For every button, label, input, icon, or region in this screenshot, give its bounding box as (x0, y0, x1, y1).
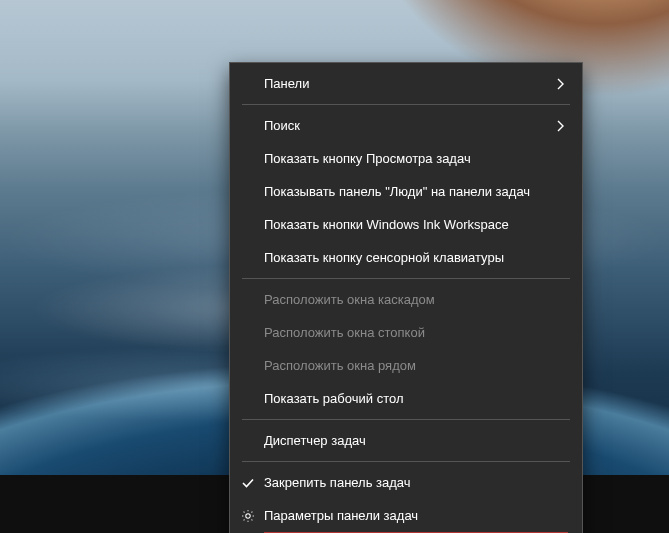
menu-label: Расположить окна каскадом (264, 292, 435, 307)
menu-lock-taskbar[interactable]: Закрепить панель задач (230, 466, 582, 499)
chevron-right-icon (554, 119, 568, 133)
taskbar-context-menu: Панели Поиск Показать кнопку Просмотра з… (229, 62, 583, 533)
chevron-right-icon (554, 77, 568, 91)
menu-side-by-side-windows: Расположить окна рядом (230, 349, 582, 382)
menu-label: Поиск (264, 118, 300, 133)
separator (242, 104, 570, 105)
menu-label: Панели (264, 76, 309, 91)
menu-label: Параметры панели задач (264, 508, 418, 523)
menu-taskbar-settings[interactable]: Параметры панели задач (230, 499, 582, 532)
menu-toolbars[interactable]: Панели (230, 67, 582, 100)
menu-show-touch-keyboard[interactable]: Показать кнопку сенсорной клавиатуры (230, 241, 582, 274)
separator (242, 278, 570, 279)
separator (242, 419, 570, 420)
menu-label: Показать кнопки Windows Ink Workspace (264, 217, 509, 232)
menu-label: Показать рабочий стол (264, 391, 403, 406)
menu-show-taskview-button[interactable]: Показать кнопку Просмотра задач (230, 142, 582, 175)
menu-label: Диспетчер задач (264, 433, 366, 448)
menu-label: Показать кнопку сенсорной клавиатуры (264, 250, 504, 265)
gear-icon (240, 508, 256, 524)
separator (242, 461, 570, 462)
menu-stack-windows: Расположить окна стопкой (230, 316, 582, 349)
checkmark-icon (240, 475, 256, 491)
menu-task-manager[interactable]: Диспетчер задач (230, 424, 582, 457)
menu-show-ink-workspace[interactable]: Показать кнопки Windows Ink Workspace (230, 208, 582, 241)
menu-label: Расположить окна рядом (264, 358, 416, 373)
menu-label: Расположить окна стопкой (264, 325, 425, 340)
menu-label: Показывать панель "Люди" на панели задач (264, 184, 530, 199)
menu-search[interactable]: Поиск (230, 109, 582, 142)
menu-cascade-windows: Расположить окна каскадом (230, 283, 582, 316)
menu-label: Закрепить панель задач (264, 475, 411, 490)
menu-label: Показать кнопку Просмотра задач (264, 151, 471, 166)
menu-show-people-panel[interactable]: Показывать панель "Люди" на панели задач (230, 175, 582, 208)
menu-show-desktop[interactable]: Показать рабочий стол (230, 382, 582, 415)
